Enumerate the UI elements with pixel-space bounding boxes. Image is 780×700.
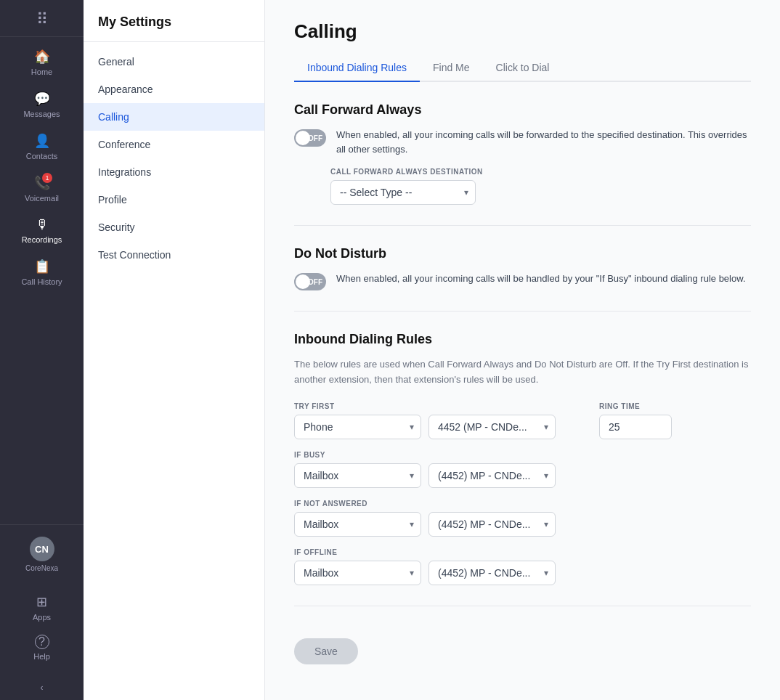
page-title: Calling: [294, 20, 751, 43]
sidebar-item-label: Messages: [23, 110, 60, 118]
apps-icon: ⊞: [36, 594, 47, 610]
try-first-group: TRY FIRST Phone ▾ 4452 (MP - CNDe...: [294, 402, 556, 439]
sidebar-item-help[interactable]: ? Help: [33, 629, 50, 667]
collapse-button[interactable]: ‹: [0, 675, 84, 700]
settings-nav-security[interactable]: Security: [84, 213, 264, 241]
settings-nav-integrations[interactable]: Integrations: [84, 158, 264, 186]
if-busy-row: IF BUSY Mailbox ▾ (4452) MP - CNDe... ▾: [294, 451, 751, 488]
tab-click-to-dial[interactable]: Click to Dial: [483, 56, 563, 82]
try-first-dest-wrapper: 4452 (MP - CNDe... ▾: [428, 415, 556, 439]
main-content: Calling Inbound Dialing Rules Find Me Cl…: [265, 0, 780, 700]
do-not-disturb-title: Do Not Disturb: [294, 246, 751, 261]
if-not-answered-label: IF NOT ANSWERED: [294, 500, 751, 508]
call-forward-always-toggle[interactable]: OFF: [294, 129, 326, 147]
try-first-dest-select[interactable]: 4452 (MP - CNDe...: [428, 415, 556, 439]
avatar: CN: [30, 537, 54, 561]
if-not-answered-row: IF NOT ANSWERED Mailbox ▾ (4452) MP - CN…: [294, 500, 751, 537]
ring-time-input[interactable]: [599, 415, 672, 439]
try-first-type-wrapper: Phone ▾: [294, 415, 421, 439]
call-forward-always-toggle-row: OFF When enabled, all your incoming call…: [294, 128, 751, 156]
sidebar-item-label: Contacts: [26, 152, 57, 160]
user-label: CoreNexa: [25, 564, 58, 572]
if-offline-row: IF OFFLINE Mailbox ▾ (4452) MP - CNDe...…: [294, 548, 751, 585]
if-busy-type-select[interactable]: Mailbox: [294, 463, 421, 488]
if-not-answered-inputs: Mailbox ▾ (4452) MP - CNDe... ▾: [294, 512, 751, 537]
cfa-type-select-wrapper: -- Select Type -- ▾: [330, 180, 476, 205]
if-not-answered-type-select[interactable]: Mailbox: [294, 512, 421, 537]
sidebar-item-label: Recordings: [22, 235, 62, 244]
user-avatar-nav[interactable]: CN CoreNexa: [0, 529, 84, 579]
if-not-answered-type-wrapper: Mailbox ▾: [294, 512, 421, 537]
save-button[interactable]: Save: [294, 638, 358, 664]
ring-time-label: RING TIME: [599, 402, 672, 410]
ring-time-group: RING TIME: [599, 402, 672, 439]
nav-top: ⠿: [0, 0, 84, 37]
do-not-disturb-desc: When enabled, all your incoming calls wi…: [336, 272, 746, 286]
sidebar-item-label: Help: [33, 652, 50, 661]
help-icon: ?: [35, 635, 49, 649]
if-busy-dest-select[interactable]: (4452) MP - CNDe...: [428, 463, 556, 488]
if-busy-label: IF BUSY: [294, 451, 751, 459]
sidebar-item-call-history[interactable]: 📋 Call History: [0, 251, 84, 293]
try-first-inputs: Phone ▾ 4452 (MP - CNDe... ▾: [294, 415, 556, 439]
sidebar-item-recordings[interactable]: 🎙 Recordings: [0, 210, 84, 251]
cfa-select-wrapper: -- Select Type -- ▾: [330, 180, 751, 205]
tab-find-me[interactable]: Find Me: [420, 56, 483, 82]
nav-divider: [0, 524, 84, 525]
calling-tabs: Inbound Dialing Rules Find Me Click to D…: [294, 56, 751, 82]
settings-nav-general[interactable]: General: [84, 48, 264, 76]
if-not-answered-dest-wrapper: (4452) MP - CNDe... ▾: [428, 512, 556, 537]
if-offline-type-select[interactable]: Mailbox: [294, 561, 421, 585]
sidebar-item-voicemail[interactable]: 📞 Voicemail 1: [0, 168, 84, 210]
inbound-dialing-rules-title: Inbound Dialing Rules: [294, 332, 751, 347]
toggle-track-cfa[interactable]: OFF: [294, 129, 326, 147]
nav-items: 🏠 Home 💬 Messages 👤 Contacts 📞 Voicemail…: [0, 37, 84, 520]
try-first-row: TRY FIRST Phone ▾ 4452 (MP - CNDe...: [294, 402, 751, 439]
cfa-type-select[interactable]: -- Select Type --: [330, 180, 476, 205]
cfa-field-label: CALL FORWARD ALWAYS DESTINATION: [330, 168, 751, 176]
do-not-disturb-toggle[interactable]: OFF: [294, 273, 326, 290]
settings-nav-appearance[interactable]: Appearance: [84, 76, 264, 103]
if-offline-type-wrapper: Mailbox ▾: [294, 561, 421, 585]
if-offline-dest-select[interactable]: (4452) MP - CNDe...: [428, 561, 556, 585]
left-nav: ⠿ 🏠 Home 💬 Messages 👤 Contacts 📞 Voicema…: [0, 0, 84, 700]
sidebar-item-apps[interactable]: ⊞ Apps: [33, 588, 51, 627]
inbound-dialing-rules-desc: The below rules are used when Call Forwa…: [294, 357, 751, 388]
divider-1: [294, 225, 751, 226]
toggle-state-label-cfa: OFF: [308, 134, 322, 142]
messages-icon: 💬: [34, 91, 50, 107]
sidebar-item-label: Voicemail: [25, 194, 59, 203]
nav-bottom: ⊞ Apps ? Help: [0, 579, 84, 675]
grid-icon[interactable]: ⠿: [36, 10, 48, 29]
settings-nav-test-connection[interactable]: Test Connection: [84, 241, 264, 269]
middle-nav: My Settings General Appearance Calling C…: [84, 0, 265, 700]
voicemail-badge: 1: [42, 173, 52, 183]
try-first-type-select[interactable]: Phone: [294, 415, 421, 439]
sidebar-item-label: Apps: [33, 613, 51, 622]
home-icon: 🏠: [34, 49, 50, 65]
sidebar-item-contacts[interactable]: 👤 Contacts: [0, 126, 84, 168]
if-offline-dest-wrapper: (4452) MP - CNDe... ▾: [428, 561, 556, 585]
sidebar-item-label: Call History: [21, 277, 62, 286]
divider-3: [294, 606, 751, 606]
if-busy-type-wrapper: Mailbox ▾: [294, 463, 421, 488]
settings-nav-profile[interactable]: Profile: [84, 186, 264, 213]
try-first-label: TRY FIRST: [294, 402, 556, 410]
contacts-icon: 👤: [34, 133, 50, 149]
do-not-disturb-section: Do Not Disturb OFF When enabled, all you…: [294, 246, 751, 290]
if-busy-inputs: Mailbox ▾ (4452) MP - CNDe... ▾: [294, 463, 751, 488]
toggle-state-label-dnd: OFF: [308, 278, 322, 286]
settings-nav-calling[interactable]: Calling: [84, 103, 264, 131]
settings-nav-conference[interactable]: Conference: [84, 131, 264, 158]
if-offline-label: IF OFFLINE: [294, 548, 751, 556]
sidebar-item-messages[interactable]: 💬 Messages: [0, 84, 84, 126]
settings-nav-items: General Appearance Calling Conference In…: [84, 42, 264, 274]
call-forward-always-desc: When enabled, all your incoming calls wi…: [336, 128, 751, 156]
do-not-disturb-toggle-row: OFF When enabled, all your incoming call…: [294, 272, 751, 290]
sidebar-item-home[interactable]: 🏠 Home: [0, 41, 84, 84]
if-not-answered-dest-select[interactable]: (4452) MP - CNDe...: [428, 512, 556, 537]
divider-2: [294, 311, 751, 312]
toggle-track-dnd[interactable]: OFF: [294, 273, 326, 290]
tab-inbound-dialing-rules[interactable]: Inbound Dialing Rules: [294, 56, 420, 82]
sidebar-item-label: Home: [31, 68, 52, 76]
